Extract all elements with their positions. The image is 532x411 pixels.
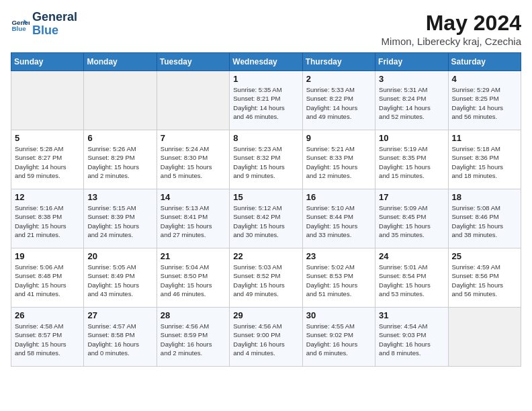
weekday-header-cell: Friday: [375, 53, 448, 71]
title-area: May 2024 Mimon, Liberecky kraj, Czechia: [382, 11, 521, 47]
day-info: Sunrise: 5:18 AMSunset: 8:36 PMDaylight:…: [452, 144, 517, 180]
day-number: 18: [452, 192, 517, 202]
day-info: Sunrise: 5:31 AMSunset: 8:24 PMDaylight:…: [379, 85, 444, 121]
day-info: Sunrise: 5:23 AMSunset: 8:32 PMDaylight:…: [233, 144, 298, 180]
day-number: 17: [379, 192, 444, 202]
calendar-cell: 17Sunrise: 5:09 AMSunset: 8:45 PMDayligh…: [375, 189, 448, 248]
day-number: 22: [233, 251, 298, 261]
day-info: Sunrise: 5:09 AMSunset: 8:45 PMDaylight:…: [379, 203, 444, 239]
day-number: 10: [379, 133, 444, 143]
month-year: May 2024: [382, 11, 521, 36]
day-info: Sunrise: 4:54 AMSunset: 9:03 PMDaylight:…: [379, 322, 444, 357]
calendar-cell: 27Sunrise: 4:57 AMSunset: 8:58 PMDayligh…: [84, 308, 157, 367]
day-number: 3: [379, 74, 444, 84]
day-number: 27: [87, 310, 152, 320]
day-info: Sunrise: 5:19 AMSunset: 8:35 PMDaylight:…: [379, 144, 444, 180]
calendar-cell: [157, 71, 229, 130]
calendar-cell: 15Sunrise: 5:12 AMSunset: 8:42 PMDayligh…: [230, 189, 302, 248]
day-info: Sunrise: 4:59 AMSunset: 8:56 PMDaylight:…: [452, 263, 517, 298]
day-info: Sunrise: 5:05 AMSunset: 8:49 PMDaylight:…: [87, 263, 152, 298]
day-info: Sunrise: 5:02 AMSunset: 8:53 PMDaylight:…: [306, 263, 371, 298]
day-info: Sunrise: 5:12 AMSunset: 8:42 PMDaylight:…: [233, 203, 298, 239]
calendar-week-row: 26Sunrise: 4:58 AMSunset: 8:57 PMDayligh…: [11, 308, 521, 367]
day-number: 15: [233, 192, 298, 202]
calendar-cell: 22Sunrise: 5:03 AMSunset: 8:52 PMDayligh…: [230, 248, 302, 308]
day-info: Sunrise: 5:16 AMSunset: 8:38 PMDaylight:…: [15, 203, 80, 239]
calendar-cell: 18Sunrise: 5:08 AMSunset: 8:46 PMDayligh…: [448, 189, 521, 248]
calendar-cell: 31Sunrise: 4:54 AMSunset: 9:03 PMDayligh…: [375, 308, 448, 367]
day-info: Sunrise: 5:13 AMSunset: 8:41 PMDaylight:…: [161, 203, 226, 239]
day-number: 24: [379, 251, 444, 261]
day-number: 6: [87, 133, 152, 143]
calendar-cell: 1Sunrise: 5:35 AMSunset: 8:21 PMDaylight…: [230, 71, 302, 130]
calendar-cell: 9Sunrise: 5:21 AMSunset: 8:33 PMDaylight…: [302, 130, 375, 189]
day-info: Sunrise: 4:56 AMSunset: 8:59 PMDaylight:…: [161, 322, 226, 357]
day-number: 25: [452, 251, 517, 261]
logo-icon: General Blue: [11, 15, 30, 34]
calendar-cell: 26Sunrise: 4:58 AMSunset: 8:57 PMDayligh…: [11, 308, 84, 367]
day-number: 20: [87, 251, 152, 261]
calendar-cell: 3Sunrise: 5:31 AMSunset: 8:24 PMDaylight…: [375, 71, 448, 130]
day-number: 11: [452, 133, 517, 143]
calendar-body: 1Sunrise: 5:35 AMSunset: 8:21 PMDaylight…: [11, 71, 521, 367]
day-number: 4: [452, 74, 517, 84]
day-number: 29: [233, 310, 298, 320]
calendar-week-row: 19Sunrise: 5:06 AMSunset: 8:48 PMDayligh…: [11, 248, 521, 308]
calendar-cell: 2Sunrise: 5:33 AMSunset: 8:22 PMDaylight…: [302, 71, 375, 130]
calendar-cell: [11, 71, 84, 130]
day-info: Sunrise: 5:01 AMSunset: 8:54 PMDaylight:…: [379, 263, 444, 298]
day-info: Sunrise: 5:06 AMSunset: 8:48 PMDaylight:…: [15, 263, 80, 298]
day-number: 5: [15, 133, 80, 143]
weekday-header-cell: Wednesday: [230, 53, 302, 71]
day-number: 14: [161, 192, 226, 202]
day-info: Sunrise: 5:35 AMSunset: 8:21 PMDaylight:…: [233, 85, 298, 121]
day-number: 31: [379, 310, 444, 320]
calendar-cell: [84, 71, 157, 130]
calendar-cell: 28Sunrise: 4:56 AMSunset: 8:59 PMDayligh…: [157, 308, 229, 367]
weekday-header-row: SundayMondayTuesdayWednesdayThursdayFrid…: [11, 53, 521, 71]
calendar-cell: 5Sunrise: 5:28 AMSunset: 8:27 PMDaylight…: [11, 130, 84, 189]
logo-line2: Blue: [32, 24, 77, 38]
calendar-week-row: 5Sunrise: 5:28 AMSunset: 8:27 PMDaylight…: [11, 130, 521, 189]
calendar-cell: 23Sunrise: 5:02 AMSunset: 8:53 PMDayligh…: [302, 248, 375, 308]
calendar-cell: 30Sunrise: 4:55 AMSunset: 9:02 PMDayligh…: [302, 308, 375, 367]
calendar-cell: 8Sunrise: 5:23 AMSunset: 8:32 PMDaylight…: [230, 130, 302, 189]
day-number: 21: [161, 251, 226, 261]
day-info: Sunrise: 4:58 AMSunset: 8:57 PMDaylight:…: [15, 322, 80, 357]
calendar-cell: 14Sunrise: 5:13 AMSunset: 8:41 PMDayligh…: [157, 189, 229, 248]
calendar-cell: 24Sunrise: 5:01 AMSunset: 8:54 PMDayligh…: [375, 248, 448, 308]
day-info: Sunrise: 5:29 AMSunset: 8:25 PMDaylight:…: [452, 85, 517, 121]
day-number: 23: [306, 251, 371, 261]
day-number: 9: [306, 133, 371, 143]
calendar-cell: 7Sunrise: 5:24 AMSunset: 8:30 PMDaylight…: [157, 130, 229, 189]
weekday-header-cell: Saturday: [448, 53, 521, 71]
calendar-week-row: 12Sunrise: 5:16 AMSunset: 8:38 PMDayligh…: [11, 189, 521, 248]
day-info: Sunrise: 5:26 AMSunset: 8:29 PMDaylight:…: [87, 144, 152, 180]
day-info: Sunrise: 5:08 AMSunset: 8:46 PMDaylight:…: [452, 203, 517, 239]
calendar-table: SundayMondayTuesdayWednesdayThursdayFrid…: [11, 52, 521, 367]
calendar-cell: 12Sunrise: 5:16 AMSunset: 8:38 PMDayligh…: [11, 189, 84, 248]
header: General Blue General Blue May 2024 Mimon…: [11, 11, 521, 47]
calendar-cell: 29Sunrise: 4:56 AMSunset: 9:00 PMDayligh…: [230, 308, 302, 367]
day-info: Sunrise: 5:15 AMSunset: 8:39 PMDaylight:…: [87, 203, 152, 239]
day-number: 8: [233, 133, 298, 143]
day-info: Sunrise: 5:33 AMSunset: 8:22 PMDaylight:…: [306, 85, 371, 121]
logo: General Blue General Blue: [11, 11, 77, 38]
day-info: Sunrise: 4:57 AMSunset: 8:58 PMDaylight:…: [87, 322, 152, 357]
calendar-cell: [448, 308, 521, 367]
day-number: 1: [233, 74, 298, 84]
day-number: 30: [306, 310, 371, 320]
calendar-cell: 20Sunrise: 5:05 AMSunset: 8:49 PMDayligh…: [84, 248, 157, 308]
calendar-cell: 11Sunrise: 5:18 AMSunset: 8:36 PMDayligh…: [448, 130, 521, 189]
calendar-cell: 6Sunrise: 5:26 AMSunset: 8:29 PMDaylight…: [84, 130, 157, 189]
calendar-cell: 25Sunrise: 4:59 AMSunset: 8:56 PMDayligh…: [448, 248, 521, 308]
weekday-header-cell: Thursday: [302, 53, 375, 71]
logo-line1: General: [32, 11, 77, 24]
calendar-cell: 4Sunrise: 5:29 AMSunset: 8:25 PMDaylight…: [448, 71, 521, 130]
calendar-cell: 10Sunrise: 5:19 AMSunset: 8:35 PMDayligh…: [375, 130, 448, 189]
day-info: Sunrise: 4:55 AMSunset: 9:02 PMDaylight:…: [306, 322, 371, 357]
day-info: Sunrise: 5:24 AMSunset: 8:30 PMDaylight:…: [161, 144, 226, 180]
day-number: 2: [306, 74, 371, 84]
day-info: Sunrise: 5:03 AMSunset: 8:52 PMDaylight:…: [233, 263, 298, 298]
day-info: Sunrise: 4:56 AMSunset: 9:00 PMDaylight:…: [233, 322, 298, 357]
